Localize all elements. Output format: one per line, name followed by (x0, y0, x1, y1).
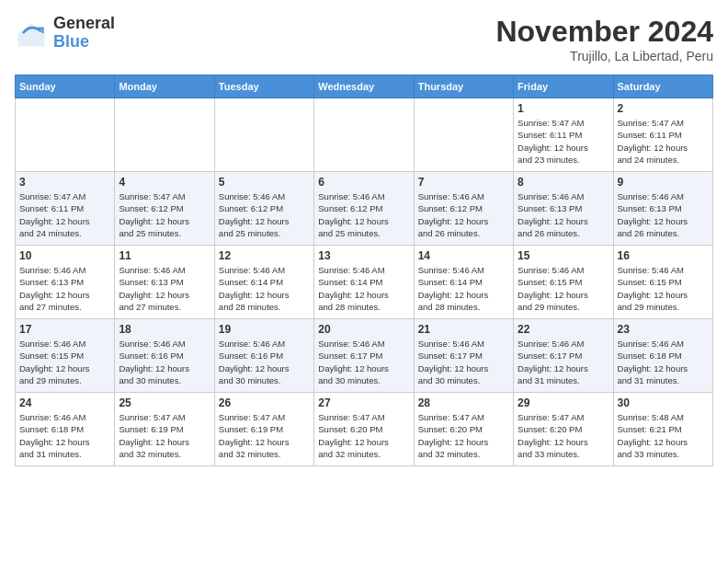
day-number: 23 (618, 323, 709, 336)
day-number: 2 (618, 102, 709, 115)
day-number: 28 (418, 396, 509, 409)
calendar-day-header: Friday (514, 75, 613, 98)
calendar-table: SundayMondayTuesdayWednesdayThursdayFrid… (15, 75, 713, 466)
calendar-week-row: 1Sunrise: 5:47 AM Sunset: 6:11 PM Daylig… (16, 98, 713, 172)
day-info: Sunrise: 5:46 AM Sunset: 6:14 PM Dayligh… (219, 264, 310, 313)
day-number: 24 (19, 396, 110, 409)
page-title: November 2024 (495, 15, 713, 49)
day-info: Sunrise: 5:46 AM Sunset: 6:14 PM Dayligh… (318, 264, 409, 313)
day-info: Sunrise: 5:46 AM Sunset: 6:15 PM Dayligh… (19, 338, 110, 386)
calendar-cell (214, 98, 313, 172)
day-info: Sunrise: 5:47 AM Sunset: 6:20 PM Dayligh… (318, 411, 409, 460)
calendar-cell: 13Sunrise: 5:46 AM Sunset: 6:14 PM Dayli… (314, 246, 414, 319)
calendar-cell: 2Sunrise: 5:47 AM Sunset: 6:11 PM Daylig… (613, 98, 712, 172)
logo-icon (15, 17, 48, 50)
day-number: 25 (119, 396, 210, 409)
day-number: 10 (19, 249, 110, 262)
calendar-cell: 10Sunrise: 5:46 AM Sunset: 6:13 PM Dayli… (16, 246, 115, 319)
day-info: Sunrise: 5:46 AM Sunset: 6:12 PM Dayligh… (318, 190, 409, 239)
calendar-cell (414, 98, 513, 172)
day-number: 19 (219, 323, 310, 336)
calendar-day-header: Sunday (16, 75, 115, 98)
day-number: 8 (518, 176, 609, 189)
day-info: Sunrise: 5:47 AM Sunset: 6:20 PM Dayligh… (518, 411, 609, 460)
day-number: 21 (418, 323, 509, 336)
day-info: Sunrise: 5:46 AM Sunset: 6:15 PM Dayligh… (618, 264, 709, 313)
day-number: 7 (418, 176, 509, 189)
day-number: 17 (19, 323, 110, 336)
day-info: Sunrise: 5:46 AM Sunset: 6:13 PM Dayligh… (119, 264, 210, 313)
day-info: Sunrise: 5:46 AM Sunset: 6:17 PM Dayligh… (318, 338, 409, 386)
calendar-cell: 25Sunrise: 5:47 AM Sunset: 6:19 PM Dayli… (115, 393, 214, 466)
calendar-cell: 27Sunrise: 5:47 AM Sunset: 6:20 PM Dayli… (314, 393, 414, 466)
calendar-cell: 15Sunrise: 5:46 AM Sunset: 6:15 PM Dayli… (514, 246, 613, 319)
logo: General Blue (15, 15, 115, 52)
calendar-cell: 22Sunrise: 5:46 AM Sunset: 6:17 PM Dayli… (514, 319, 613, 393)
day-info: Sunrise: 5:46 AM Sunset: 6:15 PM Dayligh… (518, 264, 609, 313)
calendar-day-header: Monday (115, 75, 214, 98)
calendar-cell: 29Sunrise: 5:47 AM Sunset: 6:20 PM Dayli… (514, 393, 613, 466)
calendar-cell: 14Sunrise: 5:46 AM Sunset: 6:14 PM Dayli… (414, 246, 513, 319)
calendar-cell: 18Sunrise: 5:46 AM Sunset: 6:16 PM Dayli… (115, 319, 214, 393)
day-info: Sunrise: 5:47 AM Sunset: 6:19 PM Dayligh… (119, 411, 210, 460)
day-number: 3 (19, 176, 110, 189)
calendar-cell: 21Sunrise: 5:46 AM Sunset: 6:17 PM Dayli… (414, 319, 513, 393)
day-number: 13 (318, 249, 409, 262)
day-number: 26 (219, 396, 310, 409)
day-info: Sunrise: 5:46 AM Sunset: 6:12 PM Dayligh… (418, 190, 509, 239)
day-number: 14 (418, 249, 509, 262)
calendar-cell: 23Sunrise: 5:46 AM Sunset: 6:18 PM Dayli… (613, 319, 712, 393)
day-number: 29 (518, 396, 609, 409)
calendar-cell: 30Sunrise: 5:48 AM Sunset: 6:21 PM Dayli… (613, 393, 712, 466)
day-info: Sunrise: 5:48 AM Sunset: 6:21 PM Dayligh… (618, 411, 709, 460)
calendar-day-header: Thursday (414, 75, 513, 98)
calendar-week-row: 3Sunrise: 5:47 AM Sunset: 6:11 PM Daylig… (16, 172, 713, 246)
day-info: Sunrise: 5:46 AM Sunset: 6:12 PM Dayligh… (219, 190, 310, 239)
calendar-cell: 8Sunrise: 5:46 AM Sunset: 6:13 PM Daylig… (514, 172, 613, 246)
calendar-cell: 16Sunrise: 5:46 AM Sunset: 6:15 PM Dayli… (613, 246, 712, 319)
day-info: Sunrise: 5:46 AM Sunset: 6:14 PM Dayligh… (418, 264, 509, 313)
day-number: 9 (618, 176, 709, 189)
calendar-day-header: Wednesday (314, 75, 414, 98)
day-info: Sunrise: 5:46 AM Sunset: 6:17 PM Dayligh… (518, 338, 609, 386)
day-info: Sunrise: 5:47 AM Sunset: 6:11 PM Dayligh… (19, 190, 110, 239)
calendar-cell (314, 98, 414, 172)
day-info: Sunrise: 5:46 AM Sunset: 6:13 PM Dayligh… (618, 190, 709, 239)
page-subtitle: Trujillo, La Libertad, Peru (495, 49, 713, 63)
logo-text: General Blue (53, 15, 115, 52)
day-number: 27 (318, 396, 409, 409)
calendar-cell: 20Sunrise: 5:46 AM Sunset: 6:17 PM Dayli… (314, 319, 414, 393)
calendar-week-row: 17Sunrise: 5:46 AM Sunset: 6:15 PM Dayli… (16, 319, 713, 393)
day-number: 16 (618, 249, 709, 262)
day-number: 12 (219, 249, 310, 262)
day-number: 1 (518, 102, 609, 115)
calendar-day-header: Tuesday (214, 75, 313, 98)
calendar-cell: 5Sunrise: 5:46 AM Sunset: 6:12 PM Daylig… (214, 172, 313, 246)
page-header: General Blue November 2024 Trujillo, La … (15, 15, 713, 63)
day-info: Sunrise: 5:46 AM Sunset: 6:16 PM Dayligh… (219, 338, 310, 386)
day-info: Sunrise: 5:46 AM Sunset: 6:13 PM Dayligh… (518, 190, 609, 239)
calendar-cell: 6Sunrise: 5:46 AM Sunset: 6:12 PM Daylig… (314, 172, 414, 246)
day-info: Sunrise: 5:47 AM Sunset: 6:11 PM Dayligh… (518, 117, 609, 166)
day-info: Sunrise: 5:47 AM Sunset: 6:12 PM Dayligh… (119, 190, 210, 239)
day-number: 4 (119, 176, 210, 189)
calendar-week-row: 10Sunrise: 5:46 AM Sunset: 6:13 PM Dayli… (16, 246, 713, 319)
day-number: 18 (119, 323, 210, 336)
day-info: Sunrise: 5:46 AM Sunset: 6:13 PM Dayligh… (19, 264, 110, 313)
day-number: 5 (219, 176, 310, 189)
day-info: Sunrise: 5:46 AM Sunset: 6:18 PM Dayligh… (618, 338, 709, 386)
calendar-cell: 17Sunrise: 5:46 AM Sunset: 6:15 PM Dayli… (16, 319, 115, 393)
calendar-cell: 26Sunrise: 5:47 AM Sunset: 6:19 PM Dayli… (214, 393, 313, 466)
day-number: 22 (518, 323, 609, 336)
day-info: Sunrise: 5:47 AM Sunset: 6:19 PM Dayligh… (219, 411, 310, 460)
calendar-header-row: SundayMondayTuesdayWednesdayThursdayFrid… (16, 75, 713, 98)
calendar-day-header: Saturday (613, 75, 712, 98)
calendar-cell (16, 98, 115, 172)
day-number: 15 (518, 249, 609, 262)
calendar-cell: 7Sunrise: 5:46 AM Sunset: 6:12 PM Daylig… (414, 172, 513, 246)
day-info: Sunrise: 5:46 AM Sunset: 6:16 PM Dayligh… (119, 338, 210, 386)
calendar-cell: 3Sunrise: 5:47 AM Sunset: 6:11 PM Daylig… (16, 172, 115, 246)
day-info: Sunrise: 5:47 AM Sunset: 6:20 PM Dayligh… (418, 411, 509, 460)
calendar-cell: 1Sunrise: 5:47 AM Sunset: 6:11 PM Daylig… (514, 98, 613, 172)
calendar-cell: 12Sunrise: 5:46 AM Sunset: 6:14 PM Dayli… (214, 246, 313, 319)
